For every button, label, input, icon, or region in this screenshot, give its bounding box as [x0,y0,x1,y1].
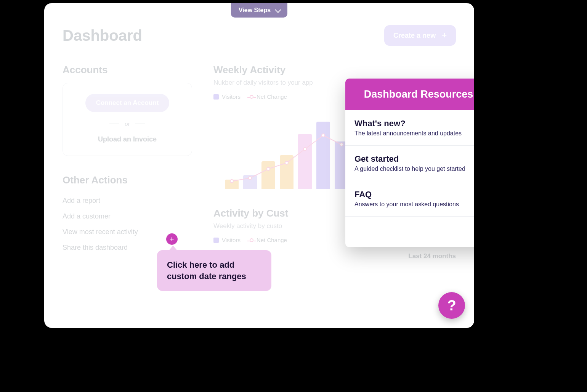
view-steps-pill[interactable]: View Steps [231,3,287,18]
svg-point-5 [322,134,325,137]
connect-account-button[interactable]: Connect an Account [85,94,170,112]
view-steps-label: View Steps [239,7,271,14]
action-add-customer[interactable]: Add a customer [63,209,192,224]
svg-point-0 [230,180,233,183]
resource-faq[interactable]: FAQ Answers to your most asked questions [345,181,474,217]
action-add-report[interactable]: Add a report [63,193,192,209]
weekly-activity-title: Weekly Activity [213,64,456,76]
legend-visitors: Visitors [213,93,241,100]
resource-item-title: Get started [354,154,474,164]
resource-item-desc: Answers to your most asked questions [354,201,474,208]
visitors-swatch-icon [213,94,219,100]
resource-item-desc: The latest announcements and updates [354,130,474,137]
legend-net-change-2: Net Change [250,237,287,243]
or-divider: or [72,120,183,127]
legend-net-change: Net Change [250,93,287,100]
resource-whats-new[interactable]: What's new? The latest announcements and… [345,110,474,146]
resource-get-started[interactable]: Get started A guided checklist to help y… [345,146,474,181]
resource-item-title: FAQ [354,190,474,199]
upload-invoice-link[interactable]: Upload an Invoice [72,135,183,143]
accounts-card: Connect an Account or Upload an Invoice [63,83,192,156]
resource-item-title: What's new? [354,119,474,129]
create-button-label: Create a new [393,32,436,40]
resources-header: Dashboard Resources ✕ [345,79,474,110]
tooltip-bubble: Click here to add custom date ranges [157,250,271,291]
svg-point-2 [267,167,270,170]
or-label: or [125,120,130,127]
svg-point-1 [249,177,252,180]
create-new-button[interactable]: Create a new + [384,25,456,46]
svg-point-3 [285,161,288,164]
page-title: Dashboard [63,27,142,44]
share-plus-button[interactable]: + [166,233,178,245]
other-actions-heading: Other Actions [63,174,192,186]
net-change-dot-icon [250,238,253,242]
plus-icon: + [170,235,174,243]
help-fab[interactable]: ? [438,292,465,319]
chevron-down-icon [275,6,281,13]
accounts-heading: Accounts [63,64,192,76]
resources-panel: Dashboard Resources ✕ What's new? The la… [345,79,474,247]
resource-item-desc: A guided checklist to help you get start… [354,165,474,172]
resources-footer-spacer [345,217,474,247]
net-change-dot-icon [250,95,253,99]
plus-icon: + [442,31,447,40]
legend-visitors-2: Visitors [213,237,241,243]
visitors-swatch-icon [213,238,219,243]
header-row: Dashboard Create a new + [63,25,456,46]
svg-point-4 [303,148,306,151]
resources-title: Dashboard Resources [354,88,474,100]
question-icon: ? [447,297,456,314]
svg-point-6 [340,143,343,146]
app-window: View Steps Dashboard Create a new + Acco… [44,3,474,328]
